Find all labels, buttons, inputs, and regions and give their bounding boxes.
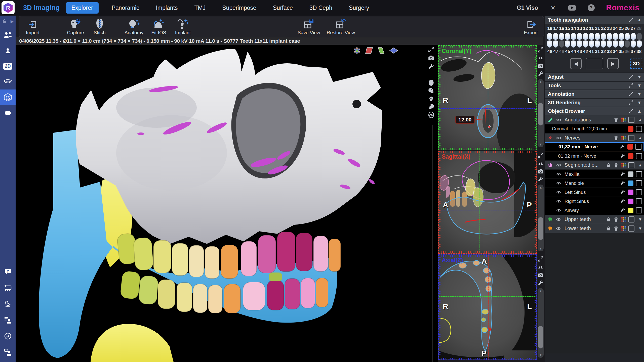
mandible-checkbox[interactable] bbox=[636, 180, 642, 186]
sagittal-slice-scrollbar[interactable]: ▲▼ bbox=[538, 185, 544, 251]
tooth-icon-45[interactable] bbox=[565, 40, 570, 48]
nerve-color-swatch[interactable] bbox=[627, 144, 633, 150]
tools-collapse-icon[interactable]: ▼ bbox=[637, 83, 641, 88]
tooth-icon-35[interactable] bbox=[619, 40, 624, 48]
sagittal-flip-icon[interactable] bbox=[538, 160, 544, 166]
measurement-label[interactable]: 12,00 bbox=[455, 116, 475, 124]
sidebar-item-help[interactable]: ? bbox=[0, 264, 16, 280]
segment-row-airway[interactable]: Airway bbox=[545, 206, 644, 215]
adjust-collapse-icon[interactable]: ▼ bbox=[637, 75, 641, 80]
segment-row-maxilla[interactable]: Maxilla bbox=[545, 169, 644, 178]
lower-teeth-delete-icon[interactable] bbox=[612, 226, 620, 231]
sidebar-item-support-chat[interactable] bbox=[0, 344, 16, 360]
axial-crosshair-vertical[interactable] bbox=[488, 255, 489, 359]
airway-wrench-icon[interactable] bbox=[619, 208, 626, 213]
upper-teeth-lock-icon[interactable] bbox=[605, 217, 612, 222]
object-group-segmented[interactable]: Segmented o... ▲ bbox=[545, 160, 644, 169]
prev-tooth-button[interactable]: ◀ bbox=[570, 58, 582, 69]
tooth-icon-18[interactable] bbox=[547, 33, 552, 40]
adjust-expand-icon[interactable] bbox=[628, 74, 633, 79]
lower-teeth-palette-icon[interactable] bbox=[620, 226, 627, 231]
tab-implants[interactable]: Implants bbox=[152, 2, 181, 14]
tooth-icon-25[interactable] bbox=[619, 33, 624, 40]
nerve-item-row-selected[interactable]: 01,32 mm - Nerve bbox=[545, 142, 644, 151]
tooth-number-field[interactable] bbox=[586, 58, 603, 69]
tooth-nav-expand-icon[interactable] bbox=[628, 17, 633, 22]
nerves-collapse-icon[interactable]: ▲ bbox=[636, 136, 644, 140]
coronal-expand-icon[interactable] bbox=[538, 47, 544, 53]
object-browser-collapse-icon[interactable]: ▲ bbox=[637, 109, 641, 114]
save-view-button[interactable]: Save View bbox=[298, 18, 320, 35]
object-group-upper-teeth[interactable]: Upper teeth ▼ bbox=[545, 215, 644, 224]
nerve-edit-wrench-icon[interactable] bbox=[618, 144, 626, 150]
panel-adjust[interactable]: Adjust ▼ bbox=[545, 73, 644, 81]
segment-row-right-sinus[interactable]: Right Sinus bbox=[545, 197, 644, 206]
airway-checkbox[interactable] bbox=[636, 207, 642, 213]
capture-button[interactable]: Capture bbox=[67, 18, 84, 35]
nerve-checkbox[interactable] bbox=[636, 153, 642, 159]
right-sinus-checkbox[interactable] bbox=[636, 198, 642, 204]
annotation-checkbox[interactable] bbox=[636, 126, 642, 132]
annotations-delete-icon[interactable] bbox=[612, 117, 620, 122]
segmented-lock-icon[interactable] bbox=[605, 163, 612, 168]
view-front-icon[interactable] bbox=[428, 79, 434, 86]
tooth-icon-11[interactable] bbox=[589, 33, 594, 40]
tooth-3d-region-button[interactable]: 3D bbox=[630, 59, 642, 69]
sidebar-item-dental-unit[interactable] bbox=[0, 296, 16, 312]
segmented-palette-icon[interactable] bbox=[620, 162, 627, 168]
coronal-plane-icon[interactable] bbox=[377, 47, 385, 54]
maxilla-color-swatch[interactable] bbox=[628, 171, 633, 177]
mandible-wrench-icon[interactable] bbox=[619, 180, 626, 186]
mandible-visibility-icon[interactable] bbox=[555, 181, 562, 185]
nerve-item-row[interactable]: 01,32 mm - Nerve bbox=[545, 151, 644, 160]
tooth-icon-36[interactable] bbox=[625, 40, 630, 48]
rendering-expand-icon[interactable] bbox=[628, 100, 633, 105]
segmented-checkbox[interactable] bbox=[628, 162, 634, 168]
axial-slice-scrollbar[interactable]: ▲▼ bbox=[538, 288, 544, 358]
coronal-snapshot-icon[interactable] bbox=[538, 63, 544, 69]
view-left-profile-icon[interactable] bbox=[428, 104, 434, 110]
view-right-profile-icon[interactable] bbox=[428, 88, 434, 94]
tooth-icon-32[interactable] bbox=[601, 40, 606, 48]
left-sinus-visibility-icon[interactable] bbox=[555, 190, 562, 194]
annotations-palette-icon[interactable] bbox=[620, 117, 627, 123]
coronal-crosshair-vertical[interactable] bbox=[488, 46, 488, 150]
sagittal-settings-icon[interactable] bbox=[538, 176, 544, 183]
lock-icon[interactable] bbox=[2, 19, 7, 24]
expand-sidebar-icon[interactable]: ▶ bbox=[11, 19, 14, 24]
fit-ios-button[interactable]: Fit IOS bbox=[150, 18, 168, 35]
settings-3d-wrench-icon[interactable] bbox=[428, 63, 434, 70]
tooth-icon-33[interactable] bbox=[607, 40, 612, 48]
expand-3d-view-icon[interactable] bbox=[428, 46, 434, 53]
axial-flip-icon[interactable] bbox=[538, 264, 544, 270]
maxilla-checkbox[interactable] bbox=[636, 171, 642, 177]
3d-render-viewport[interactable] bbox=[16, 45, 438, 362]
tooth-icon-21[interactable] bbox=[595, 33, 600, 40]
coronal-view[interactable]: Coronal(Y) R L 12,00 bbox=[438, 45, 537, 150]
axial-view[interactable]: Axial(Z) A R L P bbox=[438, 254, 537, 360]
sidebar-item-tooth[interactable] bbox=[0, 105, 16, 121]
snapshot-3d-icon[interactable] bbox=[428, 55, 434, 61]
view-top-icon[interactable] bbox=[428, 112, 434, 118]
implant-button[interactable]: Implant bbox=[174, 18, 192, 35]
left-sinus-wrench-icon[interactable] bbox=[619, 190, 626, 195]
tooth-icon-26[interactable] bbox=[625, 33, 630, 40]
tooth-icon-27[interactable] bbox=[631, 33, 636, 40]
tooth-icon-44[interactable] bbox=[571, 40, 576, 48]
left-sinus-checkbox[interactable] bbox=[636, 189, 642, 195]
object-group-annotations[interactable]: Annotations ▲ bbox=[545, 115, 644, 124]
import-button[interactable]: Import bbox=[24, 18, 42, 35]
panel-annotation[interactable]: Annotation ▼ bbox=[545, 90, 644, 98]
maxilla-visibility-icon[interactable] bbox=[555, 172, 562, 176]
segmented-delete-icon[interactable] bbox=[612, 162, 620, 168]
coronal-flip-icon[interactable] bbox=[538, 55, 544, 61]
annotations-collapse-icon[interactable]: ▲ bbox=[636, 118, 644, 122]
lower-teeth-visibility-icon[interactable] bbox=[555, 226, 562, 231]
object-group-nerves[interactable]: Nerves ▲ bbox=[545, 133, 644, 142]
object-group-lower-teeth[interactable]: Lower teeth ▼ bbox=[545, 224, 644, 233]
sidebar-item-login[interactable] bbox=[0, 328, 16, 344]
segment-row-mandible[interactable]: Mandible bbox=[545, 178, 644, 188]
maxilla-wrench-icon[interactable] bbox=[619, 171, 626, 177]
tooth-nav-collapse-icon[interactable]: ▲ bbox=[637, 18, 641, 23]
tooth-icon-47[interactable] bbox=[553, 40, 558, 48]
